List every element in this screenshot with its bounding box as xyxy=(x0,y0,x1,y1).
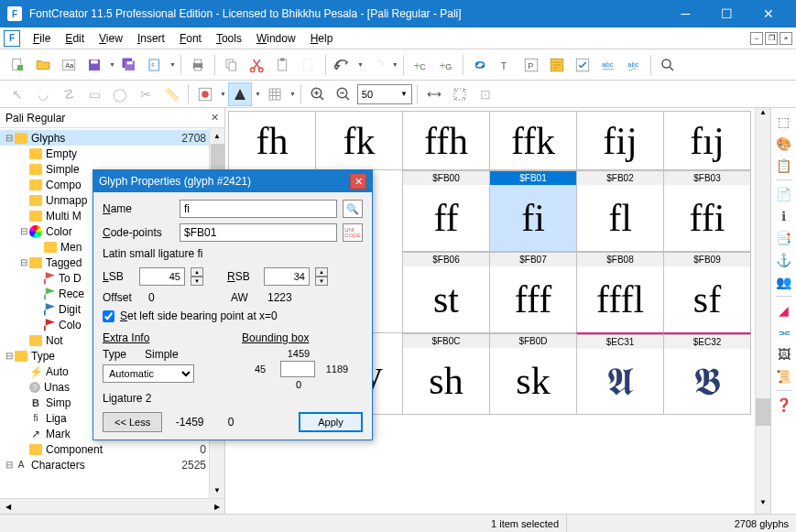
glyph-cell[interactable]: $FB0Csh xyxy=(402,332,490,415)
rect-tool[interactable]: ▭ xyxy=(82,82,106,106)
menu-tools[interactable]: Tools xyxy=(209,30,249,47)
find-button[interactable] xyxy=(656,53,680,77)
lsb-checkbox[interactable] xyxy=(103,310,114,322)
name-field[interactable] xyxy=(180,200,337,218)
undo-button[interactable] xyxy=(331,53,354,77)
bb-center-input[interactable] xyxy=(280,361,315,377)
menu-font[interactable]: Font xyxy=(172,30,209,47)
export-dropdown-icon[interactable]: ▼ xyxy=(169,61,176,68)
glyph-cell[interactable]: fh xyxy=(228,111,316,170)
layers-button[interactable]: 📋 xyxy=(774,156,794,176)
dialog-close-button[interactable]: ✕ xyxy=(350,173,366,190)
lsb-spinner[interactable]: ▲▼ xyxy=(191,267,203,286)
type-select[interactable]: Automatic xyxy=(103,364,194,383)
knife-tool[interactable]: ✂ xyxy=(134,82,158,106)
glyph-cell[interactable]: $EC32𝕭 xyxy=(663,332,751,415)
zoom-combo[interactable]: 50▼ xyxy=(357,84,412,104)
glyph-cell[interactable]: ffk xyxy=(489,111,577,170)
codepoints-field[interactable] xyxy=(180,223,337,242)
glyph-cell[interactable]: $FB00ff xyxy=(402,169,490,252)
redo-dropdown-icon[interactable]: ▼ xyxy=(392,61,398,68)
glyph-cell[interactable]: $EC31𝕬 xyxy=(576,332,664,415)
fit-cell-button[interactable] xyxy=(448,82,472,106)
undo-dropdown-icon[interactable]: ▼ xyxy=(357,61,364,68)
draw-tool[interactable]: ☡ xyxy=(57,82,81,106)
unlink-button[interactable]: ⫘ xyxy=(774,322,794,342)
autokerning-button[interactable]: abc xyxy=(596,53,620,77)
glyph-cell[interactable]: $FB07fff xyxy=(489,251,577,333)
scroll-down-icon[interactable]: ▼ xyxy=(210,483,224,498)
fill-mode-dropdown[interactable]: ▼ xyxy=(255,91,261,97)
image-button[interactable]: 🖼 xyxy=(774,344,794,364)
menu-window[interactable]: Window xyxy=(249,30,303,47)
eraser-button[interactable]: ◢ xyxy=(774,300,794,320)
name-lookup-button[interactable]: 🔍 xyxy=(343,200,363,218)
font-overview-button[interactable]: Aa xyxy=(57,53,81,77)
fit-glyph-button[interactable]: ⊡ xyxy=(474,82,497,106)
scroll-up-icon[interactable]: ▲ xyxy=(210,128,224,144)
properties-button[interactable]: P xyxy=(519,53,543,77)
close-button[interactable]: ✕ xyxy=(747,1,789,27)
ellipse-tool[interactable]: ◯ xyxy=(108,82,132,106)
anchors-button[interactable]: ⚓ xyxy=(774,250,794,270)
dialog-titlebar[interactable]: Glyph Properties (glyph #2421) ✕ xyxy=(93,170,372,192)
sidebar-close-icon[interactable]: ✕ xyxy=(211,112,219,124)
menu-view[interactable]: View xyxy=(92,30,130,47)
glyph-cell[interactable]: $FB01fi xyxy=(489,169,577,252)
fill-mode-button[interactable] xyxy=(228,82,252,106)
samples-button[interactable]: 📄 xyxy=(774,184,794,204)
save-all-button[interactable] xyxy=(117,53,141,77)
mdi-close[interactable]: × xyxy=(780,32,792,45)
script-button[interactable]: 📜 xyxy=(774,366,794,386)
mdi-restore[interactable]: ❐ xyxy=(765,32,778,45)
open-file-button[interactable] xyxy=(31,53,55,77)
members-button[interactable]: 👥 xyxy=(774,272,794,292)
glyph-cell[interactable]: fk xyxy=(315,111,403,170)
minimize-button[interactable]: ─ xyxy=(665,1,706,27)
export-button[interactable]: F xyxy=(143,53,167,77)
grid-button[interactable] xyxy=(263,82,287,106)
help-button[interactable]: ❓ xyxy=(774,395,794,415)
tree-hscroll[interactable]: ◀▶ xyxy=(0,498,224,514)
tree-item-component[interactable]: Component0 xyxy=(0,441,224,457)
add-character-button[interactable]: +C xyxy=(409,53,432,77)
palette-button[interactable]: 🎨 xyxy=(774,134,794,154)
cursor-tool[interactable]: ↖ xyxy=(5,82,29,106)
less-button[interactable]: << Less xyxy=(103,412,162,432)
rsb-field[interactable] xyxy=(264,267,310,286)
apply-button[interactable]: Apply xyxy=(299,412,363,432)
new-file-button[interactable] xyxy=(5,53,29,77)
contour-tool[interactable]: ◡ xyxy=(31,82,55,106)
measure-tool[interactable]: 📏 xyxy=(159,82,183,106)
glyph-info-button[interactable]: ℹ xyxy=(774,206,794,226)
grid-vscroll[interactable]: ▲ ▼ xyxy=(755,108,770,514)
zoom-in-button[interactable] xyxy=(306,82,330,106)
copy-button[interactable] xyxy=(220,53,244,77)
glyph-cell[interactable]: fij xyxy=(576,111,664,170)
menu-file[interactable]: File xyxy=(26,30,58,47)
save-button[interactable] xyxy=(82,53,106,77)
grid-dropdown[interactable]: ▼ xyxy=(289,91,296,97)
paste-button[interactable] xyxy=(271,53,295,77)
glyph-properties-button[interactable] xyxy=(545,53,569,77)
glyph-cell[interactable]: $FB0Dsk xyxy=(489,332,577,415)
comparison-button[interactable]: 📑 xyxy=(774,228,794,248)
glyph-cell[interactable]: $FB02fl xyxy=(576,169,664,252)
lsb-field[interactable] xyxy=(139,267,185,286)
tree-item-characters[interactable]: ⊟ACharacters2525 xyxy=(0,457,224,472)
fit-width-button[interactable] xyxy=(422,82,446,106)
tree-item-empty[interactable]: Empty xyxy=(0,146,224,161)
print-button[interactable] xyxy=(186,53,210,77)
maximize-button[interactable]: ☐ xyxy=(706,1,747,27)
glyph-cell[interactable]: ffh xyxy=(402,111,490,170)
menu-edit[interactable]: Edit xyxy=(58,30,92,47)
autometrics-button[interactable]: abc xyxy=(622,53,646,77)
rsb-spinner[interactable]: ▲▼ xyxy=(315,267,328,286)
unicode-button[interactable]: UNICODE xyxy=(343,223,363,242)
link-button[interactable] xyxy=(468,53,492,77)
menu-help[interactable]: Help xyxy=(303,30,341,47)
glyph-cell[interactable]: fıj xyxy=(663,111,751,170)
cut-button[interactable] xyxy=(245,53,269,77)
glyph-cell[interactable]: $FB09sf xyxy=(663,251,751,333)
menu-insert[interactable]: Insert xyxy=(130,30,172,47)
